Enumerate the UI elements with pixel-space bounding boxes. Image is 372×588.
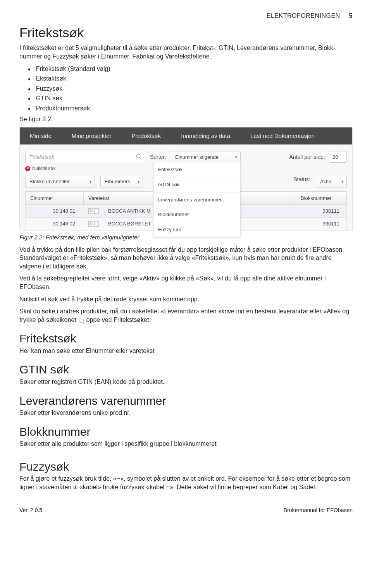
nav-item-innmelding[interactable]: Innmelding av data xyxy=(171,127,240,144)
sorter-value: Elnummer stigende xyxy=(175,154,219,161)
nav-item-prosjekter[interactable]: Mine prosjekter xyxy=(62,127,122,144)
perpage-input[interactable]: 20 xyxy=(330,151,347,163)
section-text: For å gjøre et fuzzysøk bruk tilde, «~»,… xyxy=(19,475,353,491)
see-figure: Se figur 2.2. xyxy=(19,115,353,124)
body-text: Nullstilt et søk ved å trykke på det rød… xyxy=(19,295,353,304)
filter-eln-label: Elnummers xyxy=(105,178,130,185)
page-header: ELEKTROFORENINGEN 5 xyxy=(19,12,353,20)
section-text: Søker etter registrert GTIN (EAN) kode p… xyxy=(19,378,353,386)
list-item: GTIN søk xyxy=(28,94,353,103)
note-icon[interactable] xyxy=(88,208,93,214)
perpage-value: 20 xyxy=(332,154,338,161)
sorter-select[interactable]: Elnummer stigende xyxy=(171,151,241,163)
cell-blokknummer: 330111 xyxy=(296,205,346,217)
perpage-label: Antall per side: xyxy=(289,153,325,161)
dropdown-item-fritekst[interactable]: Fritekstsøk xyxy=(153,162,240,177)
list-item: Fuzzysøk xyxy=(28,84,353,93)
list-item: Ekstaktsøk xyxy=(28,74,353,83)
cell-blokknummer: 330111 xyxy=(296,218,346,230)
doc-icon[interactable] xyxy=(94,221,99,227)
status-value: Aktiv xyxy=(320,178,331,185)
body-text-fragment: oppe ved Fritekstsøket. xyxy=(84,316,151,323)
col-elnummer[interactable]: Elnummer xyxy=(26,192,84,205)
section-heading-fuzzy: Fuzzysøk xyxy=(19,459,353,475)
body-text: Skal du søke i andres produkter, må du i… xyxy=(19,307,353,324)
section-text: Søker etter leverandørens unike prod.nr. xyxy=(19,409,353,417)
cell-elnummer: 30 148 02 xyxy=(26,218,84,230)
sorter-label: Sorter: xyxy=(150,153,166,161)
status-select[interactable]: Aktiv xyxy=(316,176,347,187)
intro-text: I fritekstsøket er det 5 valgmuligheter … xyxy=(19,44,353,60)
section-heading-lev: Leverandørens varenummer xyxy=(19,393,353,409)
section-heading-fritekst: Fritekstsøk xyxy=(19,331,353,347)
elnummer-filter[interactable]: Elnummers xyxy=(100,176,143,187)
search-type-dropdown: Fritekstsøk GTIN søk Leverandørens varen… xyxy=(153,162,240,237)
dropdown-item-gtin[interactable]: GTIN søk xyxy=(153,177,240,193)
reset-label: Nullstill søk xyxy=(32,165,56,172)
col-blokknummer[interactable]: Blokknummer xyxy=(296,192,346,205)
cell-elnummer: 30 148 01 xyxy=(26,205,84,217)
doc-icon[interactable] xyxy=(94,208,99,214)
dropdown-item-fuzzy[interactable]: Fuzzy søk xyxy=(153,222,240,237)
body-text: Ved å trykke på den lille pilen bak fors… xyxy=(19,246,353,271)
screenshot-panel: Min side Mine prosjekter Produktsøk Innm… xyxy=(19,127,353,230)
note-icon[interactable] xyxy=(88,221,93,227)
section-text: Søker etter alle produkter som ligger i … xyxy=(19,440,353,448)
row-icons xyxy=(84,205,103,217)
search-icon[interactable] xyxy=(136,154,142,162)
row-icons xyxy=(84,218,103,230)
section-text: Her kan man søke etter Elnummer eller va… xyxy=(19,347,353,355)
dropdown-item-leverandor[interactable]: Leverandørens varenummer xyxy=(153,193,240,208)
dropdown-item-blokk[interactable]: Blokknummer xyxy=(153,207,240,222)
search-icon xyxy=(79,318,84,323)
nav-item-produktsok[interactable]: Produktsøk xyxy=(121,127,171,144)
page-number: 5 xyxy=(349,12,353,19)
list-item: Fritekstsøk (Standard valg) xyxy=(28,65,353,73)
section-heading-gtin: GTIN søk xyxy=(19,362,353,378)
top-nav: Min side Mine prosjekter Produktsøk Innm… xyxy=(20,127,352,144)
nav-item-minside[interactable]: Min side xyxy=(20,127,62,144)
section-heading-blokk: Blokknummer xyxy=(19,424,353,440)
body-text-fragment: Skal du søke i andres produkter, må du i… xyxy=(19,308,349,323)
blokknummer-filter[interactable]: Blokknummerfilter xyxy=(25,176,95,187)
svg-line-1 xyxy=(140,158,141,160)
body-text: Ved å la søkebegrepfeltet være tomt, vel… xyxy=(19,274,353,291)
search-input[interactable]: Fritekstsøk xyxy=(25,151,145,163)
nav-item-lastned[interactable]: Last ned Dokumentasjon xyxy=(240,127,325,144)
status-label: Status: xyxy=(293,176,310,187)
version-label: Ver. 2.0.5 xyxy=(19,507,42,514)
search-placeholder: Fritekstsøk xyxy=(29,154,54,161)
options-list: Fritekstsøk (Standard valg) Ekstaktsøk F… xyxy=(28,65,353,113)
header-org: ELEKTROFORENINGEN xyxy=(267,12,340,19)
page-title: Fritekstsøk xyxy=(19,24,353,42)
list-item: Produktnummersøk xyxy=(28,104,353,113)
filter-block-label: Blokknummerfilter xyxy=(29,178,70,185)
close-icon xyxy=(25,166,30,171)
page-footer: Ver. 2.0.5 Brukermanual for EFObasen xyxy=(19,507,353,514)
doc-title-footer: Brukermanual for EFObasen xyxy=(284,507,353,514)
